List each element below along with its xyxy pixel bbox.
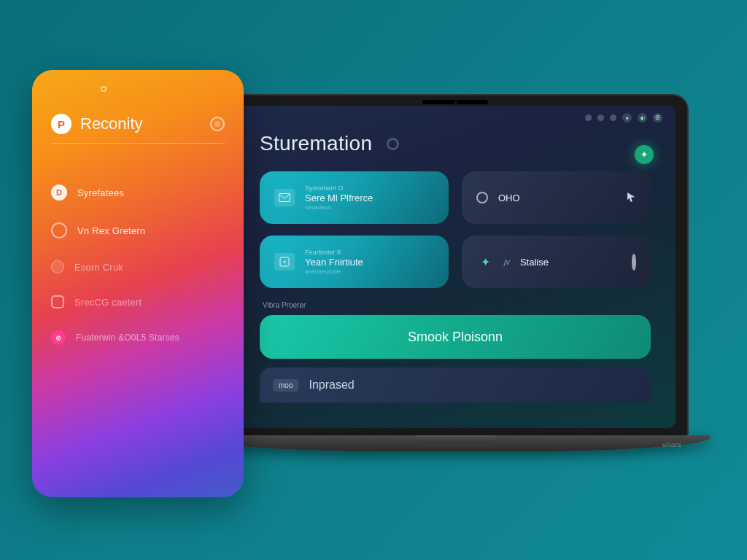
sidebar-item-esorn[interactable]: Esorn Cruk [51,260,225,273]
banner-label: Smook Ploisonn [408,330,503,345]
status-icon-3 [610,114,616,121]
laptop-device: ● ◐ ⦿ Sturemation ✦ Syomment O [222,94,689,466]
nav-icon-outline [51,222,67,238]
card-kicker: Syomment O [305,184,373,192]
viewport: ● ◐ ⦿ Sturemation ✦ Syomment O [0,0,747,560]
bottom-label: Inprased [309,378,354,392]
card-service-1[interactable]: Syomment O Sere Ml Plfrerce Nlstadaon [260,171,449,224]
doc-icon [274,253,295,271]
card-text: Feortenter 8 Yean Fnirtiute anerctestiob… [305,249,363,275]
card-title: OHO [498,192,520,203]
status-icon-5: ◐ [638,113,647,122]
svg-point-2 [284,261,286,263]
title-indicator-icon [387,138,399,150]
laptop-base: uAors [200,435,711,451]
sidebar-nav: D Syrefatees Vn Rex Gretern Esorn Cruk S… [51,184,225,345]
nav-icon-dot [51,260,64,273]
nav-icon-filled: D [51,184,67,201]
card-grid: Syomment O Sere Ml Plfrerce Nlstadaon OH… [260,171,651,288]
sidebar-item-vnrex[interactable]: Vn Rex Gretern [51,222,225,238]
sidebar-item-label: Esorn Cruk [74,262,123,273]
status-icon-4: ● [622,113,632,122]
sidebar-card: P Reconity D Syrefatees Vn Rex Gretern E… [32,70,244,497]
status-icon-6: ⦿ [653,113,662,122]
card-title: Yean Fnirtiute [305,257,363,268]
brand-badge: P [51,114,71,134]
card-sub: anerctestioble [305,268,363,275]
sidebar-item-label: Vn Rex Gretern [77,225,145,236]
header-row: Sturemation [260,132,651,155]
mail-icon [274,189,295,206]
page-title: Sturemation [260,132,372,155]
sidebar-item-label: Syrefatees [77,187,124,198]
app-screen: ● ◐ ⦿ Sturemation ✦ Syomment O [235,106,676,428]
leaf-icon: ✦ [476,253,494,271]
laptop-brand-label: uAors [662,441,681,448]
status-icon-1 [585,114,592,121]
laptop-hinge-notch [415,435,495,443]
brand-action-icon[interactable] [210,117,225,131]
header-action-button[interactable]: ✦ [635,145,654,164]
svg-rect-0 [279,194,290,202]
nav-icon-pink: ⊕ [51,330,66,345]
brand-name: Reconity [80,114,143,133]
card-sub: Nlstadaon [305,204,373,211]
card-text: Syomment O Sere Ml Plfrerce Nlstadaon [305,184,373,211]
bottom-card[interactable]: moo Inprased [260,368,651,402]
primary-banner-button[interactable]: Smook Ploisonn [260,315,651,359]
laptop-screen: ● ◐ ⦿ Sturemation ✦ Syomment O [222,94,689,437]
status-icon-2 [597,114,604,121]
brand-row[interactable]: P Reconity [51,114,225,144]
bottom-chip: moo [273,379,298,392]
card-stalise[interactable]: ✦ jv Stalise [462,236,651,288]
section-label: Vibra Proerer [263,301,651,309]
sidebar-item-label: SrecCG caetert [74,297,142,308]
camera-notch [422,100,488,104]
nav-icon-square [51,295,64,308]
sidebar-item-label: Fuaterwin &O0L5 Starses [76,332,179,343]
card-service-2[interactable]: Feortenter 8 Yean Fnirtiute anerctestiob… [260,236,449,288]
card-title: Stalise [520,257,549,268]
status-bar: ● ◐ ⦿ [585,113,662,122]
card-oho[interactable]: OHO [462,171,651,224]
ring-icon [476,192,488,203]
sidebar-item-sreccg[interactable]: SrecCG caetert [51,295,225,308]
card-pre: jv [504,257,510,266]
card-kicker: Feortenter 8 [305,249,363,256]
pointer-icon [626,191,636,205]
sidebar-mini-icon [101,86,107,92]
sidebar-item-syrefatees[interactable]: D Syrefatees [51,184,225,201]
ring-large-icon [632,256,636,268]
card-title: Sere Ml Plfrerce [305,192,373,203]
sidebar-item-fuaterwin[interactable]: ⊕ Fuaterwin &O0L5 Starses [51,330,225,345]
